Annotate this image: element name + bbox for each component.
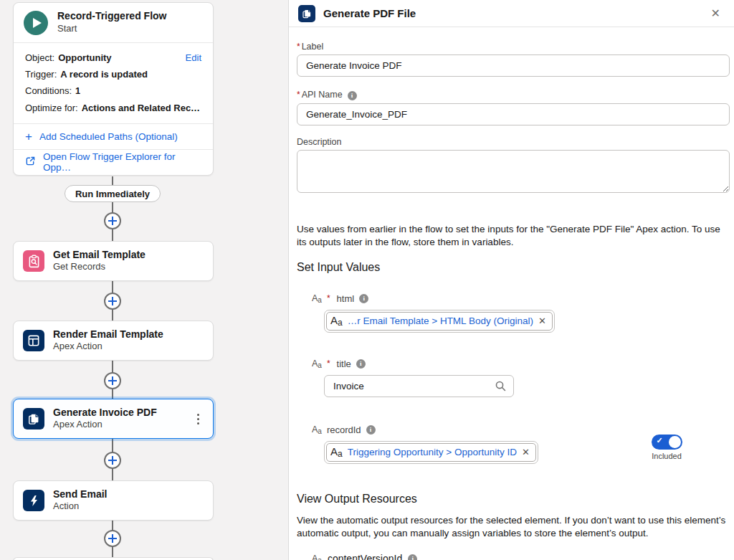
info-icon[interactable]: i <box>348 91 357 100</box>
view-output-description: View the automatic output resources for … <box>297 514 730 541</box>
action-lightning-icon <box>23 490 44 511</box>
input-field-html: Aa * html i Aa …r Email Template > HTML … <box>312 293 730 333</box>
set-inputs-intro-text: Use values from earlier in the flow to s… <box>297 223 730 250</box>
panel-header: Generate PDF File ✕ <box>289 0 734 27</box>
add-scheduled-paths-link[interactable]: + Add Scheduled Paths (Optional) <box>14 123 213 149</box>
add-element-button[interactable] <box>104 212 121 229</box>
get-records-icon <box>23 250 44 272</box>
recordid-chip-label: Triggering Opportunity > Opportunity ID <box>348 447 517 457</box>
node-render-email-template[interactable]: Render Email Template Apex Action <box>13 321 214 361</box>
start-row-object: Object: Opportunity Edit <box>25 49 201 66</box>
optimize-value: Actions and Related Rec… <box>82 100 200 116</box>
flow-start-icon <box>24 11 48 35</box>
input-name-html: html <box>337 293 355 304</box>
description-textarea[interactable] <box>297 150 730 193</box>
add-element-button[interactable] <box>104 452 121 469</box>
node-partially-visible[interactable] <box>13 557 214 560</box>
label-input[interactable] <box>297 54 730 77</box>
trigger-value: A record is updated <box>60 66 148 82</box>
node-get-email-template[interactable]: Get Email Template Get Records <box>13 241 214 281</box>
title-value-input[interactable] <box>324 375 514 397</box>
description-field-label: Description <box>297 137 730 147</box>
external-link-icon <box>25 156 36 169</box>
add-element-button[interactable] <box>104 293 121 310</box>
output-contentversionid-row: Aa contentVersionId i <box>312 553 730 560</box>
html-value-combobox[interactable]: Aa …r Email Template > HTML Body (Origin… <box>324 310 555 333</box>
node-menu-button[interactable] <box>193 411 204 427</box>
info-icon[interactable]: i <box>408 554 417 560</box>
text-type-icon: Aa <box>312 293 322 304</box>
start-row-optimize: Optimize for: Actions and Related Rec… <box>25 100 201 116</box>
recordid-merge-field-chip[interactable]: Aa Triggering Opportunity > Opportunity … <box>326 443 536 462</box>
info-icon[interactable]: i <box>366 425 376 435</box>
open-flow-trigger-explorer-link[interactable]: Open Flow Trigger Explorer for Opp… <box>14 149 213 175</box>
text-type-icon: Aa <box>312 554 322 560</box>
play-icon <box>33 18 42 28</box>
output-name-contentversionid: contentVersionId <box>328 553 402 560</box>
start-node-card[interactable]: Record-Triggered Flow Start Object: Oppo… <box>13 2 214 176</box>
input-field-title: Aa * title i <box>312 359 730 397</box>
text-type-icon: Aa <box>330 314 343 328</box>
start-row-trigger: Trigger: A record is updated <box>25 66 201 82</box>
flow-canvas: Record-Triggered Flow Start Object: Oppo… <box>0 0 288 560</box>
edit-link[interactable]: Edit <box>186 49 201 66</box>
html-chip-label: …r Email Template > HTML Body (Original) <box>348 315 533 326</box>
label-field-label: *Label <box>297 42 730 52</box>
check-icon: ✓ <box>657 436 663 445</box>
html-merge-field-chip[interactable]: Aa …r Email Template > HTML Body (Origin… <box>326 312 553 331</box>
apex-action-icon <box>23 330 44 351</box>
generate-pdf-file-icon <box>298 5 315 22</box>
included-toggle[interactable]: ✓ <box>652 435 682 450</box>
remove-chip-icon[interactable]: ✕ <box>522 447 530 457</box>
close-icon[interactable]: ✕ <box>707 5 725 22</box>
panel-title: Generate PDF File <box>323 7 416 19</box>
start-row-conditions: Conditions: 1 <box>25 82 201 99</box>
included-toggle-label: Included <box>645 452 688 460</box>
conditions-value: 1 <box>75 82 80 99</box>
node-send-email[interactable]: Send Email Action <box>13 480 214 521</box>
info-icon[interactable]: i <box>356 359 366 369</box>
text-type-icon: Aa <box>312 424 322 435</box>
text-type-icon: Aa <box>330 445 343 459</box>
info-icon[interactable]: i <box>359 294 368 303</box>
node-generate-invoice-pdf[interactable]: Generate Invoice PDF Apex Action <box>13 399 214 439</box>
start-node-title: Record-Triggered Flow <box>57 10 166 23</box>
remove-chip-icon[interactable]: ✕ <box>538 316 546 326</box>
api-name-input[interactable] <box>297 103 730 125</box>
set-input-values-heading: Set Input Values <box>297 261 730 274</box>
run-immediately-badge: Run Immediately <box>65 185 161 202</box>
recordid-value-combobox[interactable]: Aa Triggering Opportunity > Opportunity … <box>324 441 538 464</box>
object-value: Opportunity <box>58 49 111 66</box>
search-icon[interactable] <box>495 380 507 395</box>
input-field-recordid: Aa recordId i Aa Triggering Opportunity … <box>312 424 730 464</box>
add-element-button[interactable] <box>104 530 121 547</box>
api-name-field-label: *API Name i <box>297 90 730 100</box>
input-name-recordid: recordId <box>327 424 361 435</box>
view-output-resources-heading: View Output Resources <box>297 493 730 506</box>
plus-icon: + <box>25 130 32 143</box>
included-toggle-group: ✓ Included <box>645 435 688 460</box>
element-properties-panel: Generate PDF File ✕ *Label *API Name i D… <box>288 0 734 560</box>
toggle-knob <box>669 436 681 448</box>
start-node-subtitle: Start <box>57 23 166 35</box>
input-name-title: title <box>337 359 351 369</box>
text-type-icon: Aa <box>312 359 322 369</box>
generate-pdf-icon <box>23 408 44 430</box>
add-element-button[interactable] <box>104 372 121 389</box>
